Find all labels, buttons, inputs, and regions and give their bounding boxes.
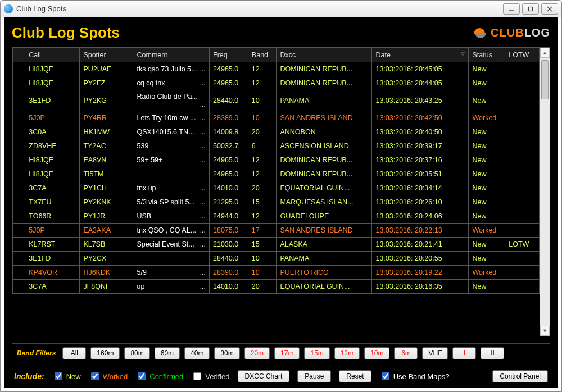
col-header-date[interactable]: Date▽ xyxy=(372,48,469,62)
cell-status: New xyxy=(469,139,505,153)
cell-freq: 24944.0 xyxy=(210,209,248,224)
cell-dxcc: SAN ANDRES ISLAND xyxy=(277,224,372,238)
table-row[interactable]: 5J0PPY4RRLets Try 10m cw ......28389.010… xyxy=(13,111,540,125)
table-row[interactable]: 5J0PEA3AKAtnx QSO , CQ AL......18075.017… xyxy=(13,224,540,238)
cell-dxcc: GUADELOUPE xyxy=(277,209,372,224)
cell-status: New xyxy=(469,195,505,209)
cell-comment: QSX14015.6 TN...... xyxy=(133,125,210,139)
cell-freq: 28389.0 xyxy=(210,111,248,125)
cell-lotw: LOTW xyxy=(505,238,540,252)
cell-status: Worked xyxy=(469,266,505,280)
band-filter-6m[interactable]: 6m xyxy=(394,347,418,359)
cell-freq: 21295.0 xyxy=(210,195,248,209)
band-filter-10m[interactable]: 10m xyxy=(364,347,389,359)
cell-band: 20 xyxy=(248,125,277,139)
col-header-lotw[interactable]: LOTW xyxy=(505,48,540,62)
table-row[interactable]: HI8JQETI5TM24965.012DOMINICAN REPUB...13… xyxy=(13,167,540,181)
table-row[interactable]: 3C0AHK1MWQSX14015.6 TN......14009.820ANN… xyxy=(13,125,540,139)
col-header-band[interactable]: Band xyxy=(248,48,277,62)
cell-call: HI8JQE xyxy=(25,76,80,90)
col-header-spotter[interactable]: Spotter xyxy=(80,48,133,62)
cell-call: 3C7A xyxy=(25,181,80,195)
pause-button[interactable]: Pause xyxy=(297,370,331,382)
cell-date: 13:03:2016: 20:19:22 xyxy=(372,266,469,280)
close-button[interactable] xyxy=(541,3,558,15)
cell-spotter: EA3AKA xyxy=(80,224,133,238)
col-header-call[interactable]: Call xyxy=(25,48,80,62)
band-filter-160m[interactable]: 160m xyxy=(90,347,120,359)
table-row[interactable]: 3E1FDPY2KGRadio Club de Pa......28440.01… xyxy=(13,90,540,111)
use-band-maps-checkbox[interactable]: Use Band Maps? xyxy=(379,371,450,382)
band-filter-20m[interactable]: 20m xyxy=(244,347,270,359)
logo-swirl-icon xyxy=(473,26,487,40)
band-filter-17m[interactable]: 17m xyxy=(274,347,300,359)
cell-call: ZD8VHF xyxy=(25,139,80,153)
include-new-checkbox[interactable]: New xyxy=(52,371,81,382)
cell-call: KL7RST xyxy=(25,238,80,252)
band-filter-60m[interactable]: 60m xyxy=(155,347,180,359)
band-filter-80m[interactable]: 80m xyxy=(124,347,149,359)
row-indicator xyxy=(13,252,25,266)
band-filter-vhf[interactable]: VHF xyxy=(422,347,448,359)
vertical-scrollbar[interactable]: ▲ ▼ xyxy=(540,48,550,336)
include-verified-checkbox[interactable]: Verified xyxy=(191,371,229,382)
cell-band: 12 xyxy=(248,153,277,167)
table-row[interactable]: KP4VORHJ6KDK5/9...28390.010PUERTO RICO13… xyxy=(13,266,540,280)
band-filter-40m[interactable]: 40m xyxy=(184,347,210,359)
band-filter-15m[interactable]: 15m xyxy=(304,347,329,359)
cell-comment: Radio Club de Pa...... xyxy=(133,90,210,111)
logo-text-club: CLUB xyxy=(491,26,524,39)
cell-spotter: PY2FZ xyxy=(80,76,133,90)
maximize-button[interactable] xyxy=(522,3,539,15)
table-row[interactable]: 3C7APY1CHtnx up...14010.020EQUATORIAL GU… xyxy=(13,181,540,195)
minimize-button[interactable] xyxy=(503,3,520,15)
table-row[interactable]: HI8JQEPU2UAFtks qso 73 Julio 5......2496… xyxy=(13,62,540,76)
col-header-status[interactable]: Status xyxy=(469,48,505,62)
row-indicator xyxy=(13,195,25,209)
cell-dxcc: DOMINICAN REPUB... xyxy=(277,153,372,167)
col-header-comment[interactable]: Comment xyxy=(133,48,210,62)
table-row[interactable]: HI8JQEEA8VN59+ 59+...24965.012DOMINICAN … xyxy=(13,153,540,167)
control-panel-button[interactable]: Control Panel xyxy=(492,370,548,382)
col-header-freq[interactable]: Freq xyxy=(210,48,248,62)
cell-dxcc: ALASKA xyxy=(277,238,372,252)
dxcc-chart-button[interactable]: DXCC Chart xyxy=(238,370,290,382)
table-row[interactable]: KL7RSTKL7SBSpecial Event St......21030.0… xyxy=(13,238,540,252)
band-filter-i[interactable]: I xyxy=(452,347,476,359)
table-row[interactable]: TX7EUPY2KNK5/3 via SP split 5......21295… xyxy=(13,195,540,209)
table-row[interactable]: HI8JQEPY2FZcq cq tnx...24965.012DOMINICA… xyxy=(13,76,540,90)
scroll-thumb[interactable] xyxy=(541,60,549,99)
cell-spotter: PY2KNK xyxy=(80,195,133,209)
include-confirmed-checkbox[interactable]: Confirmed xyxy=(135,371,183,382)
row-indicator xyxy=(13,280,25,294)
table-row[interactable]: ZD8VHFTY2AC539...50032.76ASCENSION ISLAN… xyxy=(13,139,540,153)
cell-date: 13:03:2016: 20:39:17 xyxy=(372,139,469,153)
band-filter-30m[interactable]: 30m xyxy=(214,347,239,359)
cell-call: 3C7A xyxy=(25,280,80,294)
reset-button[interactable]: Reset xyxy=(339,370,371,382)
cell-status: New xyxy=(469,76,505,90)
band-filter-all[interactable]: All xyxy=(62,347,86,359)
cell-freq: 24965.0 xyxy=(210,76,248,90)
band-filter-12m[interactable]: 12m xyxy=(334,347,360,359)
cell-dxcc: MARQUESAS ISLAN... xyxy=(277,195,372,209)
row-indicator xyxy=(13,224,25,238)
scroll-up-icon[interactable]: ▲ xyxy=(540,48,550,58)
table-row[interactable]: 3E1FDPY2CX28440.010PANAMA13:03:2016: 20:… xyxy=(13,252,540,266)
cell-spotter: JF8QNF xyxy=(80,280,133,294)
cell-date: 13:03:2016: 20:26:10 xyxy=(372,195,469,209)
table-row[interactable]: TO66RPY1JRUSB...24944.012GUADELOUPE13:03… xyxy=(13,209,540,224)
cell-spotter: PY1CH xyxy=(80,181,133,195)
band-filters-label: Band Filters xyxy=(17,349,56,357)
band-filters-row: Band Filters All160m80m60m40m30m20m17m15… xyxy=(12,343,550,363)
cell-freq: 28440.0 xyxy=(210,252,248,266)
band-filter-ii[interactable]: II xyxy=(481,347,504,359)
col-header-empty[interactable] xyxy=(13,48,25,62)
cell-comment xyxy=(133,252,210,266)
include-worked-checkbox[interactable]: Worked xyxy=(89,371,128,382)
table-row[interactable]: 3C7AJF8QNFup...14010.020EQUATORIAL GUIN.… xyxy=(13,280,540,294)
cell-spotter: PY2KG xyxy=(80,90,133,111)
col-header-dxcc[interactable]: Dxcc xyxy=(277,48,372,62)
cell-lotw xyxy=(505,62,540,76)
scroll-down-icon[interactable]: ▼ xyxy=(540,326,550,336)
